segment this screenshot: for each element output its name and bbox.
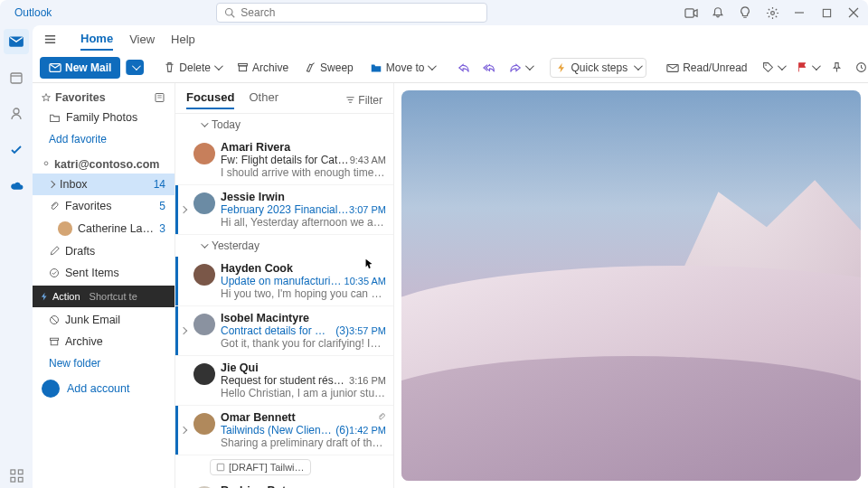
message-item[interactable]: Omar BennettTailwinds (New Client) Contr…	[175, 406, 393, 455]
message-item[interactable]: Hayden CookUpdate on manufacturing plant…	[175, 257, 393, 306]
avatar	[193, 314, 215, 335]
svg-line-36	[52, 317, 57, 323]
context-action[interactable]: Action	[40, 291, 80, 302]
new-mail-button[interactable]: New Mail	[40, 57, 120, 79]
new-folder-link[interactable]: New folder	[33, 352, 175, 374]
reply-all-button[interactable]	[479, 59, 500, 77]
folder-inbox[interactable]: Inbox 14	[33, 174, 175, 195]
move-to-button[interactable]: Move to	[364, 59, 440, 77]
message-item[interactable]: Rodrigo BotasFinal PTA Meeting!11:33 AM	[175, 479, 393, 488]
sweep-button[interactable]: Sweep	[299, 59, 359, 77]
folder-icon	[49, 112, 61, 124]
sender: Jie Qui	[221, 361, 386, 374]
hero-image	[401, 90, 861, 481]
ribbon: New Mail Delete Archive Sweep Move to Qu…	[33, 52, 868, 83]
flag-button[interactable]	[793, 59, 822, 76]
pin-button[interactable]	[827, 59, 846, 76]
add-account-button[interactable]: Add account	[33, 374, 175, 403]
avatar	[193, 143, 215, 164]
avatar-icon	[58, 221, 72, 236]
svg-rect-15	[18, 477, 23, 482]
folder-archive[interactable]: Archive	[33, 331, 175, 352]
tab-bar: Home View Help	[33, 25, 868, 52]
preview: I should arrive with enough time to atte…	[221, 166, 386, 179]
pivot-focused[interactable]: Focused	[186, 90, 234, 109]
cursor-icon	[364, 262, 373, 269]
svg-point-33	[44, 162, 48, 165]
group-yesterday[interactable]: Yesterday	[175, 235, 393, 257]
sender: Isobel Macintyre	[221, 312, 386, 324]
avatar-icon	[42, 380, 60, 398]
notes-icon[interactable]	[154, 92, 165, 103]
rail-apps[interactable]	[4, 463, 29, 488]
message-item[interactable]: Amari RiveraFw: Flight details for Cathe…	[175, 136, 393, 185]
svg-rect-5	[823, 9, 830, 16]
reply-button[interactable]	[454, 59, 474, 77]
subject: Tailwinds (New Client) Contr…	[221, 424, 332, 436]
time: 9:43 AM	[350, 155, 386, 165]
read-unread-button[interactable]: Read/Unread	[661, 59, 752, 77]
delete-button[interactable]: Delete	[158, 59, 226, 77]
search-input[interactable]: Search	[216, 3, 487, 23]
archive-icon	[49, 336, 60, 347]
avatar	[193, 192, 215, 214]
message-item[interactable]: Isobel MacintyreContract details for wor…	[175, 306, 393, 356]
avatar	[193, 363, 215, 385]
minimize-button[interactable]	[792, 5, 807, 20]
preview: Hi you two, I'm hoping you can help me	[221, 287, 386, 300]
draft-chip[interactable]: [DRAFT] Tailwi…	[210, 459, 311, 475]
settings-icon[interactable]	[765, 5, 779, 20]
sender: Rodrigo Botas	[221, 484, 386, 488]
rail-cloud[interactable]	[4, 174, 29, 199]
archive-button[interactable]: Archive	[231, 59, 294, 77]
time: 10:35 AM	[344, 276, 386, 286]
quick-steps-button[interactable]: Quick steps	[550, 58, 646, 78]
filter-button[interactable]: Filter	[345, 94, 382, 107]
meet-now-icon[interactable]	[684, 5, 698, 20]
search-placeholder: Search	[241, 6, 275, 19]
add-favorite-link[interactable]: Add favorite	[33, 128, 175, 150]
tips-icon[interactable]	[738, 5, 752, 20]
rail-todo[interactable]	[4, 137, 29, 163]
folder-junk[interactable]: Junk Email	[33, 309, 175, 331]
snooze-button[interactable]	[852, 59, 868, 76]
close-button[interactable]	[846, 5, 861, 20]
svg-point-11	[14, 108, 19, 114]
group-today[interactable]: Today	[175, 114, 393, 136]
avatar-icon	[42, 160, 51, 169]
folder-family-photos[interactable]: Family Photos	[33, 107, 175, 128]
tag-button[interactable]	[759, 59, 788, 76]
context-flyout[interactable]: Action Shortcut te	[33, 286, 175, 307]
tab-view[interactable]: View	[129, 29, 155, 50]
rail-calendar[interactable]	[4, 65, 29, 90]
folder-favorites2[interactable]: Favorites 5	[33, 195, 175, 217]
time: 3:16 PM	[349, 375, 386, 386]
folder-catherine[interactable]: Catherine Lanco… 3	[33, 217, 175, 240]
pivot-other[interactable]: Other	[249, 90, 278, 109]
svg-rect-21	[239, 66, 246, 71]
maximize-button[interactable]	[819, 5, 834, 20]
tab-help[interactable]: Help	[171, 29, 195, 50]
left-rail	[0, 25, 33, 488]
attach-icon	[49, 201, 60, 211]
hamburger-button[interactable]	[43, 33, 57, 46]
notifications-icon[interactable]	[711, 5, 725, 20]
folder-drafts[interactable]: Drafts	[33, 240, 175, 262]
preview: Hi all, Yesterday afternoon we announced…	[221, 216, 386, 229]
svg-rect-42	[217, 464, 224, 471]
forward-button[interactable]	[505, 59, 535, 77]
message-item[interactable]: Jessie IrwinFebruary 2023 Financial Resu…	[175, 185, 393, 235]
new-mail-split[interactable]	[126, 60, 144, 75]
subject: Request for student résumé review	[221, 374, 349, 387]
rail-people[interactable]	[4, 101, 29, 127]
time: 3:07 PM	[349, 204, 386, 215]
favorites-section[interactable]: Favorites	[33, 89, 175, 107]
svg-rect-38	[51, 341, 58, 345]
rail-mail[interactable]	[4, 29, 29, 54]
account-section[interactable]: katri@contoso.com	[33, 155, 175, 174]
system-icons	[684, 5, 861, 20]
message-item[interactable]: Jie QuiRequest for student résumé review…	[175, 356, 393, 406]
sender: Amari Rivera	[221, 141, 386, 154]
folder-sent[interactable]: Sent Items	[33, 262, 175, 284]
tab-home[interactable]: Home	[80, 28, 113, 51]
